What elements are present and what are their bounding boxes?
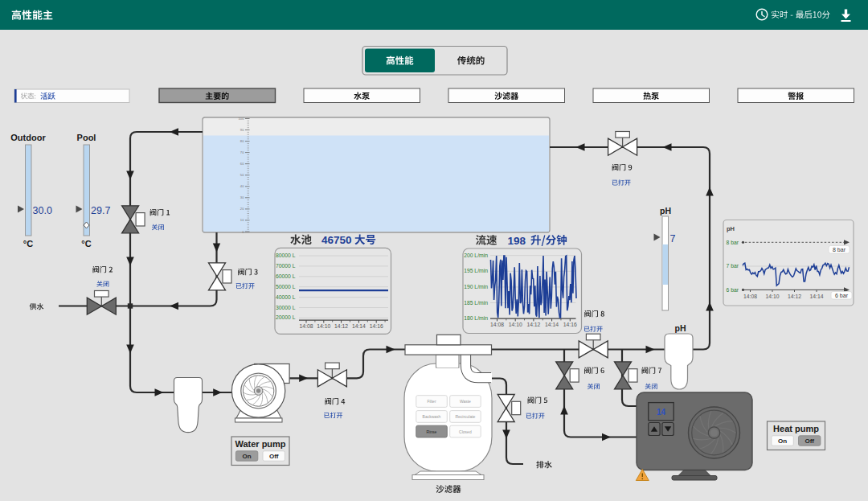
svg-text:200 L/min: 200 L/min xyxy=(464,253,488,258)
svg-text:Outdoor: Outdoor xyxy=(10,133,46,142)
svg-text:6 bar: 6 bar xyxy=(835,293,849,298)
svg-text:30: 30 xyxy=(240,195,244,199)
svg-text:Off: Off xyxy=(805,437,814,445)
svg-text:70000 L: 70000 L xyxy=(276,263,296,269)
svg-text:7: 7 xyxy=(670,233,676,244)
svg-text:14:14: 14:14 xyxy=(809,294,823,299)
svg-text:Filter: Filter xyxy=(427,399,436,404)
svg-text:6 bar: 6 bar xyxy=(727,287,739,293)
svg-text:180 L/min: 180 L/min xyxy=(464,315,488,321)
svg-text:60000 L: 60000 L xyxy=(276,273,296,279)
svg-text:70: 70 xyxy=(240,150,244,154)
svg-text:40000 L: 40000 L xyxy=(276,294,296,300)
svg-text:14:14: 14:14 xyxy=(545,322,559,327)
svg-text:Heat pump: Heat pump xyxy=(773,424,819,433)
svg-text:14:10: 14:10 xyxy=(509,322,522,327)
svg-text:30000 L: 30000 L xyxy=(276,305,296,310)
svg-text:Pool: Pool xyxy=(77,133,96,142)
svg-text:Water pump: Water pump xyxy=(235,439,285,449)
svg-text:Recirculate: Recirculate xyxy=(455,414,475,419)
svg-text:100: 100 xyxy=(239,117,245,121)
svg-text:14:14: 14:14 xyxy=(352,323,366,329)
svg-text:80000 L: 80000 L xyxy=(276,253,296,258)
svg-text:Off: Off xyxy=(269,453,279,460)
svg-text:14:12: 14:12 xyxy=(526,322,540,327)
svg-text:14:08: 14:08 xyxy=(299,323,313,329)
svg-text:pH: pH xyxy=(727,225,735,232)
svg-text:20000 L: 20000 L xyxy=(276,314,296,320)
svg-text:80: 80 xyxy=(240,139,244,143)
svg-text:14:16: 14:16 xyxy=(370,323,383,329)
svg-text:30.0: 30.0 xyxy=(33,205,52,216)
svg-text:Backwash: Backwash xyxy=(423,414,441,419)
svg-text:190 L/min: 190 L/min xyxy=(464,284,488,290)
svg-text:40: 40 xyxy=(240,184,244,188)
svg-text:8 bar: 8 bar xyxy=(727,240,739,245)
svg-text:14: 14 xyxy=(657,408,666,417)
svg-text:14:10: 14:10 xyxy=(317,323,330,329)
svg-text:14:08: 14:08 xyxy=(490,322,504,327)
svg-text:10: 10 xyxy=(240,218,244,222)
svg-text:8 bar: 8 bar xyxy=(833,247,846,253)
svg-text:pH: pH xyxy=(675,323,686,333)
svg-text:On: On xyxy=(778,437,787,445)
svg-text:14:16: 14:16 xyxy=(563,322,577,327)
svg-text:7 bar: 7 bar xyxy=(727,263,739,269)
svg-text:Waste: Waste xyxy=(460,399,471,404)
svg-text:50000 L: 50000 L xyxy=(276,284,296,290)
svg-text:20: 20 xyxy=(240,207,244,211)
svg-text:60: 60 xyxy=(240,162,244,166)
svg-text:°C: °C xyxy=(81,239,91,248)
svg-text:50: 50 xyxy=(240,173,244,177)
svg-text:198: 198 xyxy=(508,235,526,247)
svg-text:°C: °C xyxy=(23,239,33,248)
svg-text:46750: 46750 xyxy=(321,234,352,246)
svg-text:195 L/min: 195 L/min xyxy=(464,268,488,273)
svg-text:14:12: 14:12 xyxy=(788,294,801,299)
svg-text:29.7: 29.7 xyxy=(91,205,110,216)
svg-text:14:12: 14:12 xyxy=(334,323,348,329)
svg-text:14:08: 14:08 xyxy=(743,294,757,299)
svg-text:pH: pH xyxy=(660,206,671,216)
svg-text:14:10: 14:10 xyxy=(765,294,779,299)
svg-text:On: On xyxy=(243,453,252,460)
svg-text:Closed: Closed xyxy=(459,429,472,434)
svg-text:Rinse: Rinse xyxy=(427,429,437,434)
svg-text:185 L/min: 185 L/min xyxy=(464,300,488,306)
svg-text:90: 90 xyxy=(240,128,244,132)
